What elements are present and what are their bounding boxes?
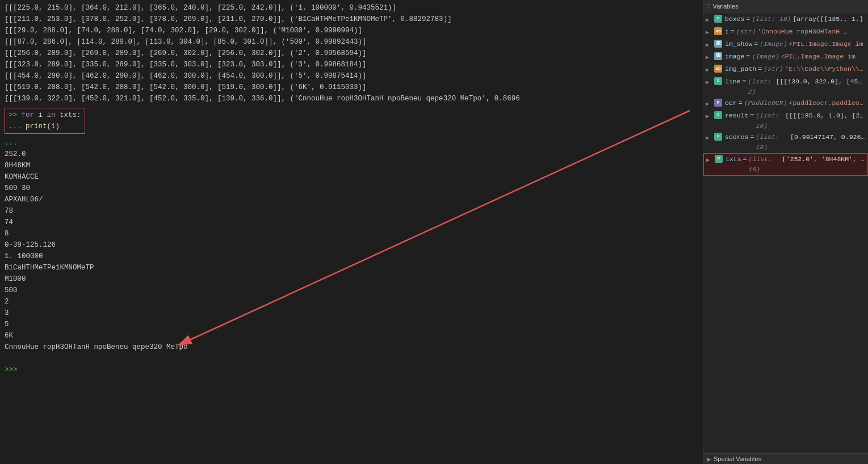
special-vars-label: Special Variables — [714, 455, 761, 462]
expand-icon-scores[interactable]: ▶ — [706, 132, 714, 144]
expand-icon-img-path[interactable]: ▶ — [706, 64, 714, 75]
var-value-image: <PIL.Image.Image im — [781, 52, 856, 62]
output-74: 74 — [5, 217, 697, 228]
var-value-scores: [0.99147147, 0.9260133, — [790, 132, 866, 142]
var-type-txts: (list: 18) — [749, 154, 781, 175]
expand-icon-boxes[interactable]: ▶ — [706, 14, 714, 26]
output-2: 2 — [5, 296, 697, 307]
output-cnnouhu: CnnouHue ropH3OHTanH npoBeneu qepe320 Me… — [5, 341, 697, 353]
var-type-i: (str) — [736, 27, 756, 37]
print-line: ... print(i) — [9, 121, 81, 132]
var-item-txts[interactable]: ▶ ≡ txts = (list: 18) ['252.0', '8H48KM'… — [703, 153, 868, 176]
output-8: 8 — [5, 228, 697, 239]
console-line: [[[225.0, 215.0], [364.0, 212.0], [365.0… — [5, 2, 697, 14]
code-block-container: >> for i in txts: ... print(i) — [5, 107, 697, 135]
var-item-i[interactable]: ▶ ab i = (str) 'CnnouHue ropH3OHTanH npo… — [703, 26, 868, 39]
var-name-txts: txts — [726, 154, 741, 164]
var-item-img-path[interactable]: ▶ ab img_path = (str) 'E:\\Code\\Python\… — [703, 64, 868, 76]
special-vars-section[interactable]: ▶ Special Variables — [703, 453, 868, 464]
var-type-scores: (list: 18) — [756, 132, 789, 153]
var-value-ocr: <paddleocr.paddleocr — [789, 98, 866, 108]
var-type-img-path: (str) — [764, 64, 783, 74]
var-name-ocr: ocr — [725, 98, 737, 108]
var-eq-ocr: = — [739, 98, 743, 108]
output-78: 78 — [5, 205, 697, 217]
output-b1ca: B1CaHTHMeTPe1KMNOMeTP — [5, 262, 697, 273]
final-prompt: >>> — [5, 364, 697, 376]
output-m1000: M1000 — [5, 273, 697, 285]
console-text: [[[454.0, 290.0], [462.0, 290.0], [462.0… — [5, 72, 367, 80]
output-0-39: 0-39-125.126 — [5, 239, 697, 251]
icon-i: ab — [714, 27, 723, 36]
var-item-result[interactable]: ▶ ≡ result = (list: 18) [[[[185.0, 1.0],… — [703, 110, 868, 132]
console-text: [[[29.0, 288.0], [74.0, 288.0], [74.0, 3… — [5, 27, 362, 35]
variables-header: ≡ Variables — [703, 0, 868, 12]
for-loop-block: >> for i in txts: ... print(i) — [5, 108, 85, 134]
print-statement: print(i) — [26, 123, 60, 130]
var-eq-i: = — [731, 27, 735, 37]
var-eq-scores: = — [750, 132, 754, 142]
var-item-line[interactable]: ▶ ≡ line = (list: 2) [[[139.0, 322.0], [… — [703, 76, 868, 98]
var-name-result: result — [725, 111, 748, 121]
icon-boxes: ≡ — [714, 14, 723, 23]
var-eq-txts: = — [743, 154, 747, 164]
console-line: [[[139.0, 322.0], [452.0, 321.0], [452.0… — [5, 93, 697, 104]
console-text: [[[139.0, 322.0], [452.0, 321.0], [452.0… — [5, 95, 520, 103]
expand-icon-txts[interactable]: ▶ — [706, 154, 714, 166]
expand-icon-i[interactable]: ▶ — [706, 27, 714, 38]
console-scroll[interactable]: [[[225.0, 215.0], [364.0, 212.0], [365.0… — [5, 2, 698, 462]
variables-header-icon: ≡ — [707, 3, 711, 10]
expand-icon-line[interactable]: ▶ — [706, 77, 714, 88]
output-1-100000: 1. 100000 — [5, 251, 697, 262]
continuation-marker: ... — [5, 139, 18, 147]
icon-img-path: ab — [714, 64, 723, 73]
icon-result: ≡ — [714, 111, 723, 120]
variable-list[interactable]: ▶ ≡ boxes = (list: 18) [array([[185., 1.… — [703, 12, 868, 453]
var-type-ocr: (PaddleOCR) — [744, 98, 787, 108]
output-6k: 6K — [5, 330, 697, 341]
console-line: [[[256.0, 289.0], [269.0, 289.0], [269.0… — [5, 48, 697, 59]
var-type-result: (list: 18) — [756, 111, 783, 131]
expand-icon-result[interactable]: ▶ — [706, 111, 714, 122]
var-value-img-path: 'E:\\Code\\Python\\map_ — [785, 64, 866, 74]
console-text: [[[519.0, 288.0], [542.0, 288.0], [542.0… — [5, 83, 367, 91]
expand-icon-im-show[interactable]: ▶ — [706, 39, 714, 50]
var-item-scores[interactable]: ▶ ≡ scores = (list: 18) [0.99147147, 0.9… — [703, 132, 868, 153]
var-value-result: [[[[185.0, 1.0], [224.0, 3.0] — [785, 111, 866, 121]
console-line: [[[519.0, 288.0], [542.0, 288.0], [542.0… — [5, 82, 697, 93]
var-name-scores: scores — [725, 132, 748, 142]
python-prompt: >>> — [5, 366, 18, 374]
output-50930: 509 30 — [5, 183, 697, 194]
var-type-im-show: (Image) — [760, 39, 787, 49]
icon-ocr: P — [714, 98, 723, 107]
var-type-boxes: (list: 18) — [752, 14, 791, 24]
console-text: [[[225.0, 215.0], [364.0, 212.0], [365.0… — [5, 4, 396, 12]
special-vars-collapse-icon: ▶ — [707, 456, 711, 462]
output-apxahl06: APXAHL06/ — [5, 194, 697, 205]
var-type-image: (Image) — [752, 52, 779, 62]
var-item-ocr[interactable]: ▶ P ocr = (PaddleOCR) <paddleocr.paddleo… — [703, 98, 868, 110]
var-eq-image: = — [747, 52, 750, 62]
expand-icon-image[interactable]: ▶ — [706, 52, 714, 63]
icon-scores: ≡ — [714, 132, 723, 141]
console-text: [[[323.0, 289.0], [335.0, 289.0], [335.0… — [5, 61, 367, 69]
var-item-boxes[interactable]: ▶ ≡ boxes = (list: 18) [array([[185., 1.… — [703, 14, 868, 26]
console-line: [[[87.0, 286.0], [114.0, 289.0], [113.0,… — [5, 36, 697, 48]
var-value-line: [[[139.0, 322.0], [452.0, 321.0 — [776, 77, 866, 87]
continuation-dots: ... — [9, 123, 22, 130]
var-eq-img-path: = — [758, 64, 762, 74]
output-8h48km: 8H48KM — [5, 160, 697, 171]
icon-line: ≡ — [714, 77, 723, 86]
expand-icon-ocr[interactable]: ▶ — [706, 98, 714, 109]
var-item-image[interactable]: ▶ 🖼 image = (Image) <PIL.Image.Image im — [703, 51, 868, 64]
dots-line: ... — [5, 137, 697, 149]
var-name-im-show: im_show — [725, 39, 752, 49]
var-eq-line: = — [743, 77, 747, 87]
var-value-i: 'CnnouHue ropH3OHTanH npoBe — [757, 27, 848, 37]
var-item-im-show[interactable]: ▶ 🖼 im_show = (Image) <PIL.Image.Image i… — [703, 39, 868, 51]
var-name-i: i — [725, 27, 729, 37]
var-type-line: (list: 2) — [748, 77, 774, 97]
console-panel: [[[225.0, 215.0], [364.0, 212.0], [365.0… — [0, 0, 703, 464]
icon-txts: ≡ — [714, 154, 723, 163]
var-name-line: line — [725, 77, 741, 87]
